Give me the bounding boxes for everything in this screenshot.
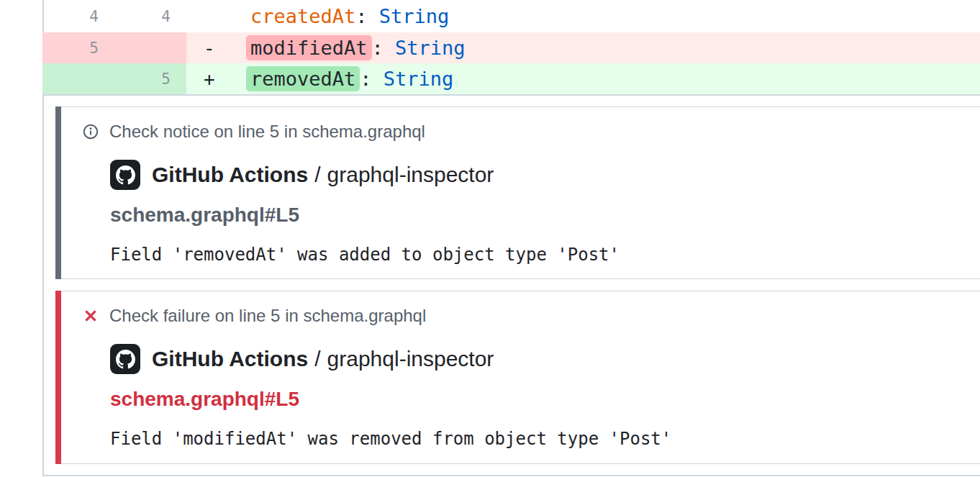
diff-annotation-separator — [42, 94, 980, 96]
workflow-name: graphql-inspector — [327, 163, 494, 187]
code-type-token: String — [379, 5, 450, 27]
diff-sign-plus: + — [204, 63, 215, 94]
annotation-header: Check failure on line 5 in schema.graphq… — [83, 306, 980, 325]
diff-line-context: 4 4 createdAt: String — [42, 0, 980, 32]
diff-line-addition: 5 + removedAt: String — [42, 63, 980, 94]
check-notice-annotation: Check notice on line 5 in schema.graphql… — [55, 106, 980, 279]
file-line-link[interactable]: schema.graphql#L5 — [110, 203, 980, 227]
failure-accent-bar — [55, 291, 61, 464]
annotation-message: Field 'modifiedAt' was removed from obje… — [110, 429, 980, 449]
app-name: GitHub Actions — [152, 163, 308, 187]
app-separator: / — [314, 163, 320, 187]
x-icon — [83, 308, 99, 324]
app-separator: / — [314, 347, 320, 371]
file-line-link[interactable]: schema.graphql#L5 — [110, 387, 980, 412]
code-content: modifiedAt: String — [246, 32, 466, 63]
old-line-number[interactable]: 5 — [42, 32, 99, 63]
code-content: removedAt: String — [246, 63, 453, 94]
code-type-token: String — [395, 37, 466, 59]
app-name: GitHub Actions — [152, 347, 308, 371]
code-field-token: createdAt — [250, 5, 355, 27]
notice-accent-bar — [55, 106, 61, 279]
code-colon-token: : — [372, 37, 396, 59]
annotation-header-text: Check notice on line 5 in schema.graphql — [109, 122, 425, 142]
bottom-border — [42, 475, 980, 476]
annotation-app-row: GitHub Actions / graphql-inspector — [110, 160, 980, 190]
annotation-header-text: Check failure on line 5 in schema.graphq… — [109, 306, 426, 326]
added-word-highlight: removedAt — [246, 66, 360, 91]
new-line-number[interactable]: 5 — [114, 63, 171, 94]
code-colon-token: : — [355, 5, 379, 27]
diff-line-deletion: 5 - modifiedAt: String — [42, 32, 980, 63]
workflow-name: graphql-inspector — [327, 347, 494, 371]
old-line-number[interactable]: 4 — [42, 0, 99, 32]
info-icon — [83, 124, 99, 140]
code-colon-token: : — [360, 68, 384, 90]
github-actions-logo-icon — [110, 344, 140, 374]
code-type-token: String — [384, 68, 454, 90]
code-content: createdAt: String — [250, 0, 449, 32]
deleted-word-highlight: modifiedAt — [246, 35, 372, 60]
annotation-header: Check notice on line 5 in schema.graphql — [83, 122, 980, 141]
annotation-message: Field 'removedAt' was added to object ty… — [110, 245, 980, 265]
new-line-number[interactable]: 4 — [114, 0, 171, 32]
github-actions-logo-icon — [110, 160, 140, 190]
old-line-number[interactable] — [42, 63, 99, 94]
diff-sign-minus: - — [204, 32, 215, 63]
check-failure-annotation: Check failure on line 5 in schema.graphq… — [55, 291, 980, 464]
annotation-app-row: GitHub Actions / graphql-inspector — [110, 344, 980, 374]
new-line-number[interactable] — [114, 32, 171, 63]
